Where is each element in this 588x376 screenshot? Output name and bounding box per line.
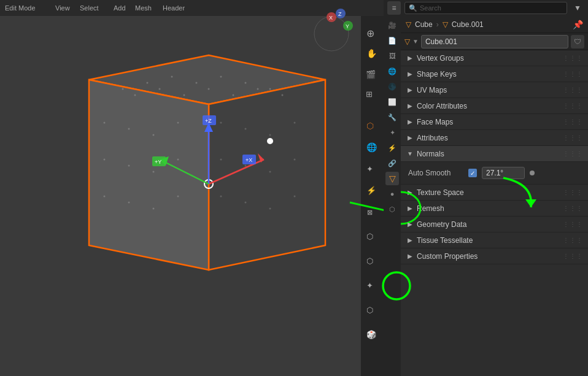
svg-point-32 [220, 122, 222, 124]
search-icon: 🔍 [409, 4, 417, 12]
svg-point-19 [147, 82, 149, 84]
svg-point-47 [177, 122, 179, 124]
dropdown-icon: ▼ [574, 4, 581, 12]
svg-point-40 [220, 196, 222, 198]
svg-point-36 [220, 159, 222, 161]
auto-smooth-row: Auto Smooth ✓ 27.1° [408, 166, 581, 180]
svg-point-38 [269, 171, 271, 173]
filter-button[interactable]: ≡ [387, 1, 401, 15]
svg-point-37 [245, 165, 247, 167]
svg-point-28 [208, 88, 210, 90]
section-tissue-tessellate[interactable]: ▶ Tissue Tessellate ⋮⋮⋮ [401, 232, 588, 248]
triangle-icon: ▶ [406, 134, 414, 142]
search-placeholder: Search [420, 4, 441, 12]
svg-point-54 [153, 208, 155, 210]
tab-texture[interactable]: ⬡ [385, 202, 399, 216]
svg-text:X: X [329, 15, 333, 21]
properties-panel: ≡ 🔍 Search ▼ 🎥 📄 🖼 🌐 🌑 ⬜ 🔧 ✦ ⚡ 🔗 ▽ ● ⬡ [384, 0, 588, 376]
svg-marker-16 [209, 80, 325, 270]
section-remesh[interactable]: ▶ Remesh ⋮⋮⋮ [401, 201, 588, 217]
svg-point-43 [294, 196, 296, 198]
section-color-attributes[interactable]: ▶ Color Attributes ⋮⋮⋮ [401, 98, 588, 114]
svg-text:+X: +X [246, 157, 252, 163]
svg-text:Header: Header [163, 4, 185, 12]
object-name-bar: ▽ ▼ Cube.001 🛡 [401, 33, 588, 50]
triangle-icon: ▶ [406, 86, 414, 94]
search-bar[interactable]: 🔍 Search [404, 2, 567, 14]
svg-text:Y: Y [346, 23, 349, 29]
svg-text:⬡: ⬡ [366, 305, 373, 315]
tab-modifier[interactable]: 🔧 [385, 110, 399, 124]
svg-text:+Z: +Z [205, 118, 212, 124]
viewport-3d[interactable]: Edit Mode View Select Add Mesh Header X … [0, 0, 384, 376]
section-custom-properties[interactable]: ▶ Custom Properties ⋮⋮⋮ [401, 248, 588, 264]
section-attributes[interactable]: ▶ Attributes ⋮⋮⋮ [401, 130, 588, 146]
svg-text:Z: Z [338, 11, 342, 17]
breadcrumb-icon: ▽ [406, 20, 411, 29]
svg-text:Add: Add [114, 4, 126, 12]
section-uv-maps[interactable]: ▶ UV Maps ⋮⋮⋮ [401, 82, 588, 98]
svg-text:⊞: ⊞ [366, 90, 373, 99]
svg-point-51 [177, 159, 179, 161]
svg-text:🎬: 🎬 [366, 69, 376, 80]
properties-body: 🎥 📄 🖼 🌐 🌑 ⬜ 🔧 ✦ ⚡ 🔗 ▽ ● ⬡ ▽ Cube › ▽ Cub… [384, 16, 588, 376]
svg-point-46 [153, 134, 155, 136]
tab-physics[interactable]: ⚡ [385, 141, 399, 155]
properties-tabs: 🎥 📄 🖼 🌐 🌑 ⬜ 🔧 ✦ ⚡ 🔗 ▽ ● ⬡ [384, 16, 401, 376]
tab-output[interactable]: 📄 [385, 34, 399, 47]
breadcrumb-separator: › [436, 20, 439, 29]
svg-point-55 [177, 196, 179, 198]
svg-point-21 [196, 82, 198, 84]
tab-world[interactable]: 🌑 [385, 80, 399, 93]
breadcrumb: ▽ Cube › ▽ Cube.001 📌 [401, 16, 588, 33]
triangle-icon: ▶ [406, 70, 414, 79]
tab-scene[interactable]: 🌐 [385, 64, 399, 78]
svg-text:🎲: 🎲 [366, 329, 377, 340]
svg-text:⬡: ⬡ [366, 121, 374, 131]
pin-button[interactable]: 📌 [573, 20, 583, 29]
svg-point-34 [269, 134, 271, 136]
svg-point-22 [220, 76, 222, 78]
svg-text:✋: ✋ [366, 48, 377, 59]
tab-material[interactable]: ● [385, 187, 399, 201]
svg-text:✦: ✦ [366, 164, 373, 174]
tab-particles[interactable]: ✦ [385, 126, 399, 139]
tab-render[interactable]: 🎥 [385, 18, 399, 32]
section-shape-keys[interactable]: ▶ Shape Keys ⋮⋮⋮ [401, 66, 588, 82]
section-face-maps[interactable]: ▶ Face Maps ⋮⋮⋮ [401, 114, 588, 130]
svg-point-35 [294, 122, 296, 124]
tab-object-data[interactable]: ▽ [385, 172, 399, 185]
dropdown-indicator: ▼ [412, 38, 419, 45]
tab-object[interactable]: ⬜ [385, 95, 399, 109]
svg-point-50 [153, 171, 155, 173]
triangle-icon: ▶ [406, 102, 414, 110]
tab-constraints[interactable]: 🔗 [385, 156, 399, 170]
svg-point-23 [245, 82, 247, 84]
svg-text:⊕: ⊕ [366, 28, 374, 39]
angle-field[interactable]: 27.1° [482, 167, 525, 179]
section-vertex-groups[interactable]: ▶ Vertex Groups ⋮⋮⋮ [401, 50, 588, 66]
svg-point-27 [184, 94, 185, 96]
shield-button[interactable]: 🛡 [571, 35, 584, 48]
triangle-icon: ▶ [406, 252, 414, 261]
svg-point-30 [257, 88, 259, 90]
breadcrumb-child: Cube.001 [452, 20, 484, 29]
section-geometry-data[interactable]: ▶ Geometry Data ⋮⋮⋮ [401, 217, 588, 232]
svg-text:Select: Select [80, 4, 99, 12]
dropdown-button[interactable]: ▼ [571, 1, 584, 15]
section-normals[interactable]: ▼ Normals ⋮⋮⋮ [401, 146, 588, 162]
object-name-field[interactable]: Cube.001 [421, 35, 568, 48]
svg-text:🌐: 🌐 [366, 142, 377, 153]
svg-text:⬡: ⬡ [366, 232, 373, 241]
svg-text:⊠: ⊠ [367, 209, 373, 216]
svg-point-29 [233, 94, 234, 96]
tab-view-layer[interactable]: 🖼 [385, 49, 399, 63]
svg-point-25 [134, 94, 136, 96]
triangle-icon: ▶ [406, 118, 414, 126]
svg-text:Edit Mode: Edit Mode [5, 4, 36, 12]
svg-point-48 [104, 159, 106, 161]
object-data-icon: ▽ [404, 37, 410, 46]
svg-point-31 [282, 94, 284, 96]
auto-smooth-checkbox[interactable]: ✓ [468, 169, 477, 177]
section-texture-space[interactable]: ▶ Texture Space ⋮⋮⋮ [401, 185, 588, 201]
